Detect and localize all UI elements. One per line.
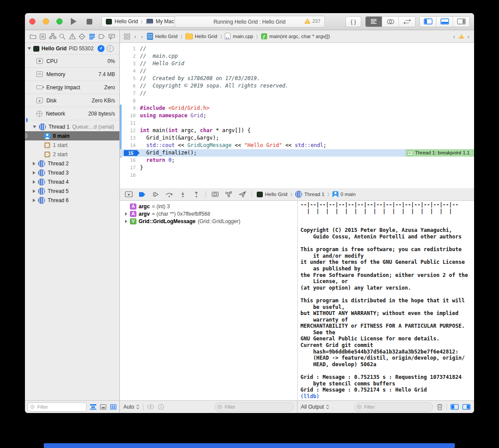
variable-row[interactable]: VGrid::GridLogMessage(Grid::GridLogger) xyxy=(120,217,297,225)
code-line[interactable]: 7// xyxy=(120,90,474,97)
previous-issue-button[interactable]: ‹ xyxy=(452,33,456,40)
debug-breadcrumb-item[interactable]: Hello Grid xyxy=(257,192,287,197)
code-line[interactable]: 2// main.cpp xyxy=(120,52,474,60)
sidebar-gauge-energy[interactable]: Energy ImpactZero xyxy=(25,81,119,94)
disclosure-closed-icon[interactable] xyxy=(125,212,127,216)
code-line[interactable]: 5// Created by s1786208 on 17/03/2019. xyxy=(120,75,474,82)
step-over-button[interactable] xyxy=(165,190,174,199)
console-scope-popup[interactable]: All Output xyxy=(301,404,329,410)
variables-scope-popup[interactable]: Auto xyxy=(123,404,140,410)
disclosure-closed-icon[interactable] xyxy=(33,189,35,193)
close-window-button[interactable] xyxy=(29,18,35,24)
view-hierarchy-button[interactable] xyxy=(211,190,220,199)
continue-button[interactable] xyxy=(151,190,160,199)
code-line[interactable]: 1// xyxy=(120,45,474,52)
step-out-button[interactable] xyxy=(192,190,201,199)
sidebar-gauge-cpu[interactable]: CPU0% xyxy=(25,54,119,68)
toggle-debug-panel-button[interactable] xyxy=(436,17,453,27)
stack-frame-row[interactable]: 0 main xyxy=(25,131,119,140)
view-mode-button[interactable] xyxy=(110,404,117,410)
navigator-tab-breakpoint[interactable] xyxy=(98,32,106,41)
memory-graph-button[interactable] xyxy=(224,190,233,199)
quicklook-eye-icon[interactable] xyxy=(147,404,154,410)
disclosure-closed-icon[interactable] xyxy=(33,162,35,165)
navigator-tab-source-control[interactable] xyxy=(38,32,47,41)
version-editor-button[interactable] xyxy=(398,17,415,27)
code-line[interactable]: 18 xyxy=(120,172,474,179)
navigator-tab-debug[interactable] xyxy=(87,32,96,41)
code-line[interactable]: 3// Hello Grid xyxy=(120,60,474,67)
code-line[interactable]: 9#include <Grid/Grid.h> xyxy=(120,105,474,112)
disclosure-closed-icon[interactable] xyxy=(124,220,128,223)
variable-row[interactable]: Aargv= (char **) 0x7ffeefbff568 xyxy=(120,210,297,217)
info-icon[interactable] xyxy=(158,404,164,410)
memory-debug-icon[interactable] xyxy=(107,45,114,52)
breakpoint-annotation[interactable]: Thread 1: breakpoint 1.1 xyxy=(405,149,474,157)
sidebar-gauge-memory[interactable]: Memory7.4 MB xyxy=(25,68,119,81)
variables-view[interactable]: Aargc= (int) 3Aargv= (char **) 0x7ffeefb… xyxy=(120,201,298,400)
disclosure-closed-icon[interactable] xyxy=(33,171,35,175)
thread-row[interactable]: Thread 3 xyxy=(25,168,119,177)
thread-row[interactable]: Thread 4 xyxy=(25,177,119,186)
forward-button[interactable]: › xyxy=(140,33,143,40)
debug-breadcrumb-item[interactable]: Thread 1 xyxy=(295,191,325,198)
navigator-tab-issue[interactable] xyxy=(68,32,77,41)
disclosure-closed-icon[interactable] xyxy=(124,212,128,216)
code-line[interactable]: 8 xyxy=(120,97,474,105)
variables-filter-field[interactable] xyxy=(215,402,293,412)
clear-console-trash-button[interactable] xyxy=(436,403,443,410)
navigator-tab-test[interactable] xyxy=(78,32,87,41)
disclosure-open-icon[interactable] xyxy=(33,126,36,128)
sidebar-gauge-network[interactable]: Network208 bytes/s xyxy=(25,107,119,120)
navigator-filter-input[interactable] xyxy=(36,404,84,410)
breadcrumb-item[interactable]: Hello Grid xyxy=(147,33,178,40)
toggle-inspector-panel-button[interactable] xyxy=(453,17,469,27)
thread-row[interactable]: Thread 2 xyxy=(25,159,119,168)
breadcrumb-item[interactable]: main.cpp xyxy=(225,33,253,40)
navigator-filter-field[interactable] xyxy=(28,402,87,412)
warning-icon[interactable] xyxy=(459,34,464,38)
run-button[interactable] xyxy=(71,18,77,25)
code-line[interactable]: 13 Grid_init(&argc,&argv); xyxy=(120,134,474,142)
source-editor[interactable]: 1//2// main.cpp3// Hello Grid4//5// Crea… xyxy=(120,43,474,188)
code-line[interactable]: 17} xyxy=(120,164,474,172)
thread-row[interactable]: Thread 1Queue:...d (serial) xyxy=(25,122,119,131)
related-items-icon[interactable] xyxy=(124,33,130,40)
code-line[interactable]: 12int main(int argc, char * argv[]) { xyxy=(120,127,474,134)
disclosure-closed-icon[interactable] xyxy=(33,180,35,184)
step-into-button[interactable] xyxy=(178,190,187,199)
toggle-variables-view-button[interactable] xyxy=(450,404,459,410)
variable-row[interactable]: Aargc= (int) 3 xyxy=(120,203,297,210)
thread-row[interactable]: Thread 6 xyxy=(25,196,119,205)
breadcrumb-item[interactable]: fmain(int argc, char * argv[]) xyxy=(261,33,330,39)
back-button[interactable]: ‹ xyxy=(133,33,137,40)
zoom-window-button[interactable] xyxy=(56,18,63,24)
console-filter-field[interactable] xyxy=(354,402,433,412)
navigator-tab-find[interactable] xyxy=(58,32,67,41)
disclosure-open-icon[interactable] xyxy=(28,47,31,50)
sidebar-gauge-disk[interactable]: DiskZero KB/s xyxy=(25,94,119,107)
simulate-location-button[interactable] xyxy=(238,190,247,199)
console[interactable]: --|--|--|--|--|--|--|--|--|--|--|--|--|-… xyxy=(298,201,474,400)
variables-filter-input[interactable] xyxy=(224,404,291,410)
code-line[interactable]: 16 return 0; xyxy=(120,157,474,164)
scheme-selector[interactable]: Hello Grid 〉 My Mac xyxy=(101,16,178,27)
code-line[interactable]: 6// Copyright © 2019 sopa. All rights re… xyxy=(120,82,474,90)
stop-button[interactable] xyxy=(87,19,92,24)
process-row[interactable]: Hello Grid PID 55302 xyxy=(25,43,119,54)
code-line[interactable]: 14 std::cout << GridLogMessage << "Hello… xyxy=(120,142,474,149)
breakpoint-badge[interactable]: 15 xyxy=(124,150,140,156)
toggle-navigator-panel-button[interactable] xyxy=(420,17,436,27)
code-line[interactable]: 10using namespace Grid; xyxy=(120,112,474,119)
navigator-tab-symbol[interactable] xyxy=(48,32,57,41)
disclosure-closed-icon[interactable] xyxy=(33,199,35,202)
gauge-view-icon[interactable] xyxy=(98,45,105,52)
next-issue-button[interactable]: › xyxy=(467,33,470,40)
stack-frame-row[interactable]: 2 start xyxy=(25,150,119,159)
library-button[interactable]: { } xyxy=(345,16,361,27)
code-line-breakpoint[interactable]: 15 Grid_finalize();Thread 1: breakpoint … xyxy=(120,149,474,157)
minimize-window-button[interactable] xyxy=(43,18,49,24)
show-crashed-threads-button[interactable] xyxy=(100,404,107,410)
code-line[interactable]: 11 xyxy=(120,119,474,127)
breadcrumb-item[interactable]: Hello Grid xyxy=(185,34,217,39)
